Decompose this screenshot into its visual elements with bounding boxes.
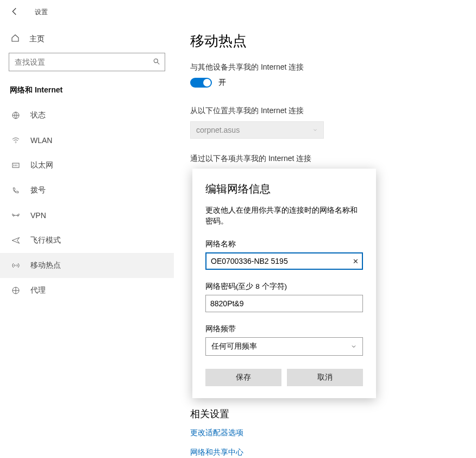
share-from-value: corpnet.asus bbox=[196, 126, 240, 134]
network-password-input[interactable] bbox=[205, 295, 363, 312]
edit-network-modal: 编辑网络信息 更改他人在使用你共享的连接时的网络名称和密码。 网络名称 ✕ 网络… bbox=[192, 169, 376, 398]
sidebar-item-label: 拨号 bbox=[30, 185, 46, 195]
share-label: 与其他设备共享我的 Internet 连接 bbox=[190, 63, 460, 72]
sidebar-item-label: VPN bbox=[30, 211, 46, 220]
sidebar-item-label: WLAN bbox=[30, 136, 52, 145]
home-icon bbox=[11, 34, 20, 44]
chevron-down-icon bbox=[312, 127, 318, 133]
vpn-icon bbox=[11, 211, 21, 220]
sidebar-item-proxy[interactable]: 代理 bbox=[9, 278, 165, 303]
sidebar-item-dialup[interactable]: 拨号 bbox=[9, 178, 165, 203]
sidebar-item-label: 移动热点 bbox=[30, 261, 61, 270]
sidebar-item-wlan[interactable]: WLAN bbox=[9, 128, 165, 153]
svg-point-0 bbox=[154, 59, 158, 63]
modal-title: 编辑网络信息 bbox=[205, 182, 363, 196]
svg-point-6 bbox=[15, 265, 16, 266]
svg-point-5 bbox=[17, 215, 19, 216]
network-band-select[interactable]: 任何可用频率 bbox=[205, 337, 363, 356]
app-title: 设置 bbox=[35, 8, 48, 17]
sidebar-item-vpn[interactable]: VPN bbox=[9, 203, 165, 228]
wifi-icon bbox=[11, 136, 21, 145]
sidebar-home-label: 主页 bbox=[29, 34, 45, 44]
dialup-icon bbox=[11, 186, 21, 195]
page-title: 移动热点 bbox=[190, 32, 460, 51]
proxy-icon bbox=[11, 286, 21, 295]
sidebar-item-label: 状态 bbox=[30, 110, 46, 120]
svg-rect-3 bbox=[12, 163, 19, 168]
share-via-label: 通过以下各项共享我的 Internet 连接 bbox=[190, 154, 460, 164]
sidebar-item-hotspot[interactable]: 移动热点 bbox=[0, 253, 174, 278]
sidebar-item-label: 以太网 bbox=[30, 160, 53, 170]
modal-desc: 更改他人在使用你共享的连接时的网络名称和密码。 bbox=[205, 205, 363, 227]
globe-grid-icon bbox=[11, 111, 21, 120]
sidebar-section-header: 网络和 Internet bbox=[10, 85, 165, 95]
network-band-label: 网络频带 bbox=[205, 324, 363, 334]
sidebar-home[interactable]: 主页 bbox=[9, 29, 165, 49]
network-name-label: 网络名称 bbox=[205, 239, 363, 249]
svg-point-2 bbox=[15, 143, 16, 143]
clear-icon[interactable]: ✕ bbox=[353, 257, 359, 264]
search-input[interactable] bbox=[15, 58, 153, 66]
share-from-select: corpnet.asus bbox=[190, 121, 324, 139]
chevron-down-icon bbox=[350, 343, 357, 350]
ethernet-icon bbox=[11, 161, 21, 170]
toggle-text: 开 bbox=[218, 78, 226, 88]
hotspot-icon bbox=[11, 261, 21, 270]
related-title: 相关设置 bbox=[190, 407, 460, 420]
sidebar-item-label: 飞行模式 bbox=[30, 236, 61, 245]
airplane-icon bbox=[11, 236, 21, 245]
network-name-input[interactable] bbox=[205, 252, 363, 270]
sidebar-item-status[interactable]: 状态 bbox=[9, 103, 165, 128]
svg-point-4 bbox=[13, 215, 15, 216]
sidebar-item-label: 代理 bbox=[30, 286, 46, 295]
share-from-label: 从以下位置共享我的 Internet 连接 bbox=[190, 106, 460, 116]
share-toggle[interactable] bbox=[190, 78, 212, 88]
search-icon bbox=[153, 58, 160, 67]
sidebar-item-airplane[interactable]: 飞行模式 bbox=[9, 228, 165, 253]
link-adapter-options[interactable]: 更改适配器选项 bbox=[190, 428, 460, 438]
back-button[interactable] bbox=[10, 7, 20, 18]
cancel-button[interactable]: 取消 bbox=[287, 369, 363, 386]
save-button[interactable]: 保存 bbox=[205, 369, 281, 386]
network-password-label: 网络密码(至少 8 个字符) bbox=[205, 282, 363, 292]
sidebar-item-ethernet[interactable]: 以太网 bbox=[9, 153, 165, 178]
search-input-wrap[interactable] bbox=[9, 53, 165, 71]
network-band-value: 任何可用频率 bbox=[211, 342, 257, 351]
link-network-center[interactable]: 网络和共享中心 bbox=[190, 448, 460, 457]
sidebar: 主页 网络和 Internet 状态 WLAN 以太网 拨号 VPN bbox=[0, 24, 174, 458]
